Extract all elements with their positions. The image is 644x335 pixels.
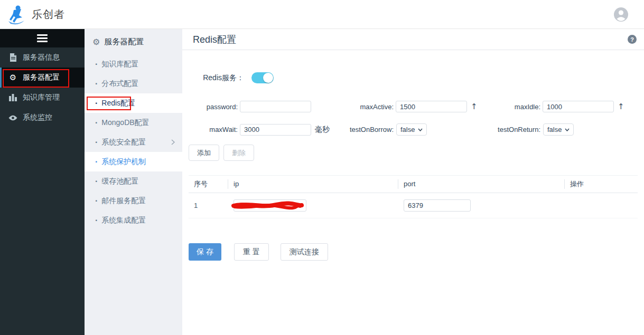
sidebar-collapse-button[interactable] [0,29,85,47]
add-button[interactable]: 添加 [189,145,219,161]
delete-button[interactable]: 删除 [223,145,254,161]
column-header-port: port [398,179,565,189]
main-panel: Redis配置 ? Redis服务： password: maxActive: [182,29,644,335]
file-icon [8,53,17,62]
sidebar-item-server-info[interactable]: 服务器信息 [0,47,85,68]
maxactive-field[interactable] [396,101,467,112]
sidebar-item-system-monitor[interactable]: 系统监控 [0,108,85,128]
column-header-actions: 操作 [565,179,638,189]
maxidle-field[interactable] [543,101,614,112]
submenu-item-label: 缓存池配置 [101,177,138,186]
bullet-icon: · [95,197,98,205]
column-header-index: 序号 [189,179,228,189]
submenu-item-mail-service-config[interactable]: · 邮件服务配置 [85,191,182,210]
gear-icon: ⚙ [8,73,17,82]
testonreturn-select[interactable]: false [543,123,574,136]
main-sidebar: 服务器信息 ⚙ 服务器配置 知识库管理 系统监控 [0,29,85,335]
maxwait-unit: 毫秒 [315,125,330,135]
save-button[interactable]: 保 存 [189,243,221,261]
gear-icon: ⚙ [92,37,100,47]
bullet-icon: · [95,138,98,147]
sidebar-item-label: 服务器信息 [23,53,60,62]
sidebar-item-server-config[interactable]: ⚙ 服务器配置 [0,68,85,88]
testonreturn-label: testOnReturn: [483,126,540,133]
maxactive-label: maxActive: [334,103,394,111]
submenu-item-label: 系统保护机制 [101,157,146,167]
bullet-icon: · [95,158,98,166]
port-field[interactable] [404,199,471,212]
maxidle-label: maxIdle: [483,103,540,111]
sidebar-item-label: 知识库管理 [23,93,60,102]
sidebar-item-label: 服务器配置 [23,73,60,82]
submenu-item-knowledge-config[interactable]: · 知识库配置 [85,54,182,74]
submenu-item-label: 邮件服务配置 [101,196,146,206]
help-icon[interactable]: ? [628,35,637,44]
row-index: 1 [189,202,228,209]
hamburger-icon [37,33,48,44]
page-header: Redis配置 ? [182,29,644,50]
sort-up-icon[interactable]: ↑ [471,102,478,111]
submenu-item-security-config[interactable]: · 系统安全配置 [85,132,182,152]
testonreturn-value: false [547,126,562,133]
bullet-icon: · [95,177,98,186]
bullet-icon: · [95,60,98,69]
bullet-icon: · [95,99,98,108]
chevron-right-icon [171,139,175,145]
top-bar: 乐创者 [0,0,644,29]
config-submenu: ⚙ 服务器配置 · 知识库配置 · 分布式配置 · Redis配置 · Mong… [85,29,182,335]
test-connection-button[interactable]: 测试连接 [281,243,328,261]
submenu-item-label: 分布式配置 [101,79,138,89]
brand-logo-icon [6,4,26,25]
testonborrow-value: false [400,126,415,133]
sidebar-item-label: 系统监控 [23,113,52,122]
testonborrow-label: testOnBorrow: [334,126,394,133]
eye-icon [8,115,17,121]
table-header-row: 序号 ip port 操作 [189,176,638,193]
column-header-ip: ip [228,179,398,189]
submenu-item-protection-mechanism[interactable]: · 系统保护机制 [85,152,182,171]
toggle-knob [263,73,273,83]
submenu-item-label: Redis配置 [101,99,135,108]
reset-button[interactable]: 重 置 [234,243,269,261]
table-row: 1 [189,193,638,218]
submenu-item-cache-pool-config[interactable]: · 缓存池配置 [85,171,182,191]
submenu-title: 服务器配置 [104,37,144,47]
password-label: password: [189,103,238,111]
submenu-item-system-integration-config[interactable]: · 系统集成配置 [85,210,182,230]
bars-icon [8,94,17,101]
submenu-item-label: 知识库配置 [101,60,138,69]
password-field[interactable] [240,101,311,112]
bullet-icon: · [95,119,98,127]
user-avatar-icon[interactable] [614,7,628,22]
submenu-header: ⚙ 服务器配置 [85,29,182,54]
maxwait-field[interactable] [240,124,311,136]
redis-service-toggle[interactable] [251,72,274,83]
redis-nodes-table: 序号 ip port 操作 1 [189,175,638,218]
page-title: Redis配置 [193,33,236,46]
sort-up-icon[interactable]: ↑ [618,102,624,111]
bullet-icon: · [95,80,98,88]
submenu-item-distributed-config[interactable]: · 分布式配置 [85,74,182,93]
maxwait-label: maxWait: [189,126,238,133]
submenu-item-mongodb-config[interactable]: · MongoDB配置 [85,113,182,132]
redis-service-label: Redis服务： [189,73,244,83]
sidebar-item-knowledge-mgmt[interactable]: 知识库管理 [0,88,85,108]
brand-name: 乐创者 [32,7,65,22]
chevron-down-icon [418,128,423,131]
submenu-item-label: 系统集成配置 [101,216,146,225]
ip-field[interactable] [234,199,306,212]
submenu-item-label: 系统安全配置 [101,138,146,147]
submenu-item-redis-config[interactable]: · Redis配置 [85,93,182,113]
testonborrow-select[interactable]: false [396,123,427,136]
chevron-down-icon [565,128,570,131]
redis-config-form: Redis服务： password: maxActive: ↑ maxIdle: [182,50,644,261]
submenu-item-label: MongoDB配置 [101,118,149,128]
bullet-icon: · [95,216,98,225]
